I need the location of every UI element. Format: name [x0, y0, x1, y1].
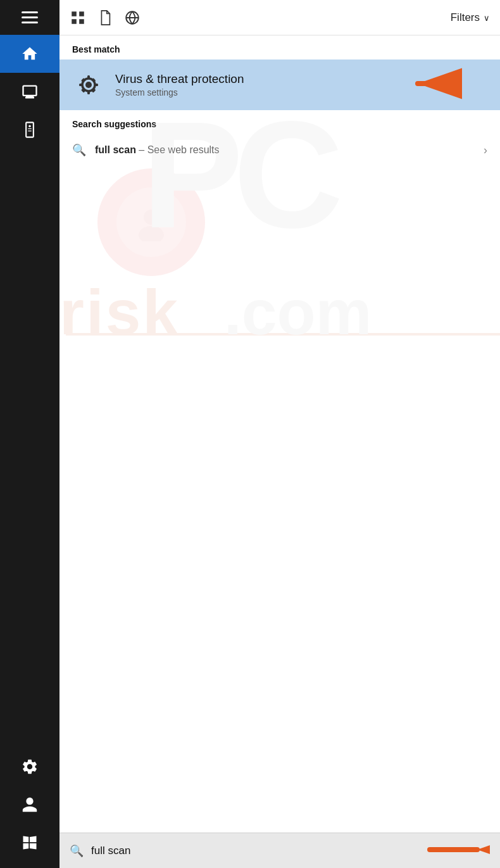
toolbar: Filters ∨ [59, 0, 500, 35]
suggestion-muted: – See web results [136, 144, 220, 155]
svg-point-17 [139, 226, 164, 241]
chevron-right-icon: › [484, 144, 487, 157]
sidebar-item-home[interactable] [0, 35, 59, 73]
toolbar-icon-group [70, 9, 439, 26]
svg-rect-10 [94, 84, 98, 86]
windows-icon [21, 834, 39, 852]
tower-icon [21, 121, 39, 139]
svg-point-1 [28, 125, 31, 127]
virus-protection-icon [72, 68, 105, 101]
svg-rect-0 [26, 122, 34, 137]
search-suggestion-icon: 🔍 [72, 143, 86, 157]
hamburger-icon [22, 11, 38, 23]
sidebar-bottom [0, 748, 59, 868]
search-suggestions-label: Search suggestions [59, 110, 500, 134]
svg-point-16 [144, 210, 159, 225]
display-icon [21, 83, 39, 101]
best-match-item[interactable]: Virus & threat protection System setting… [59, 60, 500, 110]
settings-icon [21, 758, 39, 776]
sidebar-item-user[interactable] [0, 786, 59, 824]
globe-icon[interactable] [124, 9, 141, 26]
document-icon[interactable] [97, 9, 113, 26]
results-area: Best match Virus [59, 35, 500, 833]
hamburger-menu[interactable] [0, 0, 59, 35]
svg-rect-9 [79, 84, 83, 86]
watermark: PC risk .com [59, 118, 500, 782]
chevron-down-icon: ∨ [484, 13, 490, 23]
sidebar-item-settings[interactable] [0, 748, 59, 786]
best-match-subtitle: System settings [115, 87, 244, 97]
search-input[interactable] [91, 845, 419, 857]
filters-label: Filters [451, 11, 480, 24]
grid-icon[interactable] [70, 9, 86, 26]
suggestion-item[interactable]: 🔍 full scan – See web results › [59, 134, 500, 167]
svg-rect-8 [87, 91, 90, 94]
sidebar-item-display[interactable] [0, 73, 59, 111]
svg-rect-7 [87, 75, 90, 79]
suggestion-text: full scan – See web results [95, 144, 475, 156]
best-match-label: Best match [59, 35, 500, 60]
search-icon: 🔍 [70, 844, 84, 858]
best-match-text: Virus & threat protection System setting… [115, 72, 244, 97]
sidebar-nav [0, 35, 59, 748]
search-bar-arrow [427, 835, 490, 867]
main-content: Filters ∨ Best match [59, 0, 500, 868]
filters-button[interactable]: Filters ∨ [451, 11, 490, 24]
arrow-annotation [405, 61, 462, 108]
suggestion-bold: full scan [95, 144, 136, 155]
best-match-title: Virus & threat protection [115, 72, 244, 86]
svg-rect-3 [28, 130, 32, 131]
user-icon [21, 796, 39, 814]
home-icon [21, 45, 39, 63]
sidebar [0, 0, 59, 868]
sidebar-item-tower[interactable] [0, 111, 59, 149]
svg-rect-2 [28, 129, 32, 129]
search-bar: 🔍 [59, 833, 500, 868]
svg-point-6 [85, 82, 92, 88]
sidebar-item-windows-start[interactable] [0, 824, 59, 862]
